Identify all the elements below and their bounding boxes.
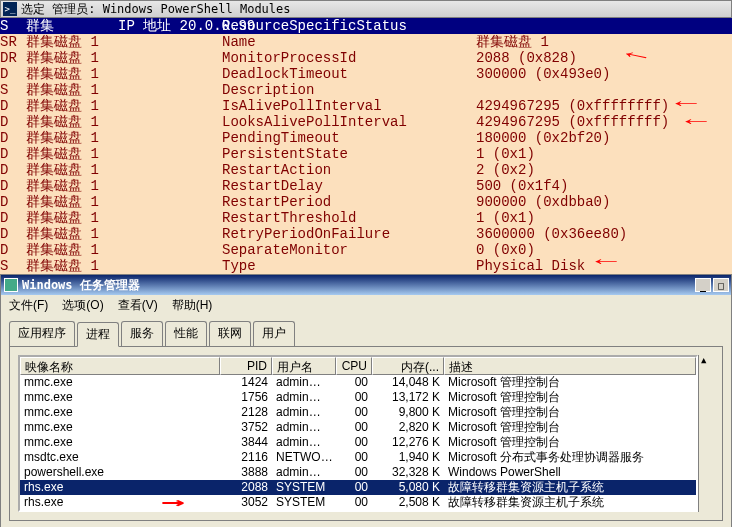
tab-1[interactable]: 进程 [77,322,119,347]
process-table: 映像名称PID用户名CPU内存(...描述 mmc.exe1424admin…0… [18,355,698,512]
ps-row: SR群集磁盘 1Name群集磁盘 1 [0,34,732,50]
column-header[interactable]: PID [220,357,272,375]
column-header[interactable]: 描述 [444,357,696,375]
powershell-titlebar: >_ 选定 管理员: Windows PowerShell Modules [0,0,732,18]
ps-row: D群集磁盘 1RestartPeriod900000 (0xdbba0) [0,194,732,210]
table-row[interactable]: mmc.exe1756admin…0013,172 KMicrosoft 管理控… [20,390,696,405]
powershell-icon: >_ [3,2,17,16]
table-row[interactable]: powershell.exe3888admin…0032,328 KWindow… [20,465,696,480]
ps-row: DR群集磁盘 1MonitorProcessId2088 (0x828) [0,50,732,66]
tab-4[interactable]: 联网 [209,321,251,346]
ps-row: D群集磁盘 1PendingTimeout180000 (0x2bf20) [0,130,732,146]
column-header[interactable]: CPU [336,357,372,375]
ps-row: S群集磁盘 1Description [0,82,732,98]
task-manager-menu: 文件(F)选项(O)查看(V)帮助(H) [1,295,731,315]
ps-col-s: S [0,18,26,34]
task-manager-window: Windows 任务管理器 _ □ 文件(F)选项(O)查看(V)帮助(H) 应… [0,274,732,527]
powershell-title: 选定 管理员: Windows PowerShell Modules [21,1,291,18]
menu-item[interactable]: 查看(V) [118,297,158,314]
tab-2[interactable]: 服务 [121,321,163,346]
ps-row: D群集磁盘 1IsAlivePollInterval4294967295 (0x… [0,98,732,114]
ps-row: D群集磁盘 1RestartDelay500 (0x1f4) [0,178,732,194]
process-table-header: 映像名称PID用户名CPU内存(...描述 [20,357,696,375]
table-row[interactable]: rhs.exe2088SYSTEM005,080 K故障转移群集资源主机子系统 [20,480,696,495]
ps-row: D群集磁盘 1LooksAlivePollInterval4294967295 … [0,114,732,130]
table-row[interactable]: mmc.exe3844admin…0012,276 KMicrosoft 管理控… [20,435,696,450]
tab-5[interactable]: 用户 [253,321,295,346]
ps-row: D群集磁盘 1RestartThreshold1 (0x1) [0,210,732,226]
ps-row: D群集磁盘 1RestartAction2 (0x2) [0,162,732,178]
table-row[interactable]: mmc.exe1424admin…0014,048 KMicrosoft 管理控… [20,375,696,390]
ps-row: D群集磁盘 1SeparateMonitor0 (0x0) [0,242,732,258]
task-manager-title: Windows 任务管理器 [22,277,140,294]
task-manager-panel: 映像名称PID用户名CPU内存(...描述 mmc.exe1424admin…0… [9,346,723,521]
minimize-button[interactable]: _ [695,278,711,292]
task-manager-tabs: 应用程序进程服务性能联网用户 [1,315,731,346]
process-table-body: mmc.exe1424admin…0014,048 KMicrosoft 管理控… [20,375,696,510]
task-manager-icon [4,278,18,292]
ps-row: D群集磁盘 1DeadlockTimeout300000 (0x493e0) [0,66,732,82]
column-header[interactable]: 映像名称 [20,357,220,375]
ps-col-status: ResourceSpecificStatus [222,18,732,34]
ps-row: D群集磁盘 1RetryPeriodOnFailure3600000 (0x36… [0,226,732,242]
ps-row: D群集磁盘 1PersistentState1 (0x1) [0,146,732,162]
ps-row: S群集磁盘 1TypePhysical Disk [0,258,732,274]
powershell-console: S 群集 IP 地址 IP 地址 20.0.0.99 ResourceSpeci… [0,18,732,274]
table-row[interactable]: rhs.exe3052SYSTEM002,508 K故障转移群集资源主机子系统 [20,495,696,510]
column-header[interactable]: 内存(... [372,357,444,375]
tab-3[interactable]: 性能 [165,321,207,346]
column-header[interactable]: 用户名 [272,357,336,375]
menu-item[interactable]: 文件(F) [9,297,48,314]
scrollbar[interactable] [698,355,714,512]
ps-header-row: S 群集 IP 地址 IP 地址 20.0.0.99 ResourceSpeci… [0,18,732,34]
table-row[interactable]: mmc.exe2128admin…009,800 KMicrosoft 管理控制… [20,405,696,420]
table-row[interactable]: mmc.exe3752admin…002,820 KMicrosoft 管理控制… [20,420,696,435]
tab-0[interactable]: 应用程序 [9,321,75,346]
task-manager-titlebar[interactable]: Windows 任务管理器 _ □ [1,275,731,295]
maximize-button[interactable]: □ [713,278,729,292]
ps-col-cluster: 群集 [26,18,118,34]
menu-item[interactable]: 选项(O) [62,297,103,314]
table-row[interactable]: msdtc.exe2116NETWO…001,940 KMicrosoft 分布… [20,450,696,465]
menu-item[interactable]: 帮助(H) [172,297,213,314]
